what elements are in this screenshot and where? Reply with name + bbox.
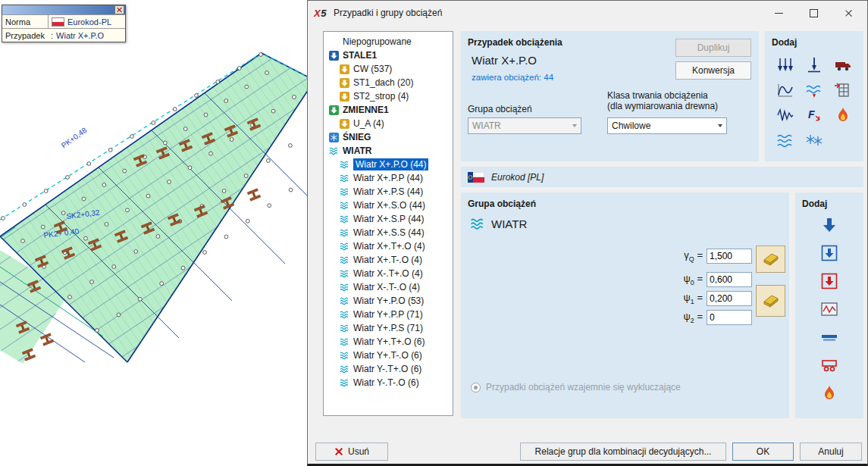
nodal-load-button[interactable]	[804, 55, 824, 75]
tree-item[interactable]: WIATR	[325, 144, 451, 158]
tree-item[interactable]: Wiatr Y+.P.P (71)	[325, 308, 451, 321]
factor-input-psi-1[interactable]	[707, 291, 752, 306]
exceptional-group-add-button[interactable]	[819, 271, 839, 291]
hydrostatic-load-button[interactable]	[776, 130, 795, 150]
influence-line-button[interactable]	[804, 80, 824, 100]
distributed-load-button[interactable]	[776, 55, 795, 75]
tree-item[interactable]: Wiatr Y+.T+.O (6)	[325, 335, 451, 349]
mutually-exclusive-radio[interactable]: Przypadki obciążeń wzajemnie się wyklucz…	[471, 382, 681, 393]
duration-class-label-1: Klasa trwania obciążenia	[607, 90, 708, 101]
factor-row-gamma-q: γQ =	[683, 249, 752, 264]
permanent-group-add-icon	[820, 216, 838, 234]
factor-input-gamma-q[interactable]	[707, 249, 752, 264]
tree-item[interactable]: Wiatr X+.P.P (44)	[325, 171, 451, 185]
group-relations-button[interactable]: Relacje grup dla kombinacji decydujących…	[520, 443, 726, 461]
tree-item[interactable]: ZMIENNE1	[325, 103, 451, 117]
mutually-exclusive-label: Przypadki obciążeń wzajemnie się wyklucz…	[486, 382, 681, 393]
model-annotation: PK+0,48	[60, 126, 89, 150]
pushover-button[interactable]	[833, 80, 853, 100]
tree-item[interactable]: STALE1	[325, 48, 451, 62]
psi-defaults-button[interactable]	[756, 285, 785, 317]
tree-item[interactable]: Wiatr X-.T+.O (4)	[325, 267, 451, 280]
tree-item[interactable]: Wiatr Y+.T-.O (6)	[325, 349, 451, 362]
ok-button[interactable]: OK	[732, 443, 794, 461]
factor-label-psi-0: ψ0 =	[683, 273, 703, 286]
variable-group-add-button[interactable]	[819, 243, 839, 263]
close-icon[interactable]	[114, 5, 124, 14]
seismic-load-button[interactable]	[776, 105, 795, 125]
model-canvas[interactable]: PK+0,48SK2+0,32PK2+ 0,40	[0, 0, 307, 466]
gamma-defaults-button[interactable]	[756, 246, 785, 273]
factor-input-psi-2[interactable]	[707, 310, 752, 325]
tree-item[interactable]: Wiatr X+.T+.O (4)	[325, 239, 451, 253]
tree-item-label: Wiatr Y+.P.S (71)	[353, 323, 423, 333]
duration-class-select[interactable]: Chwilowe	[607, 117, 727, 134]
nodal-load-icon	[805, 56, 823, 74]
tree-item[interactable]: U_A (4)	[325, 117, 451, 130]
tree-item[interactable]: Wiatr X+.P.S (44)	[325, 185, 451, 199]
tree-item[interactable]: CW (537)	[325, 62, 451, 76]
minimize-button[interactable]	[773, 8, 784, 18]
minimize-icon	[775, 13, 783, 14]
load-group-select[interactable]: WIATR	[468, 117, 581, 134]
duplicate-button[interactable]: Duplikuj	[675, 39, 751, 57]
tree-item[interactable]: Wiatr Y-.T-.O (6)	[325, 376, 451, 389]
tree-item[interactable]: Wiatr X-.T-.O (4)	[325, 280, 451, 294]
wind-waves-icon	[470, 217, 485, 230]
snow-load-button[interactable]	[804, 130, 824, 150]
variable-group-add-icon	[820, 244, 838, 262]
variable-case-icon	[340, 119, 350, 129]
pushover-icon	[834, 81, 852, 99]
fire-load-button[interactable]	[833, 105, 853, 125]
permanent-case-icon	[340, 78, 350, 88]
moving-load-button[interactable]	[833, 55, 853, 75]
info-panel-titlebar[interactable]	[2, 5, 125, 14]
case-name: Wiatr X+.P.O	[472, 54, 537, 67]
moving-group-add-button[interactable]	[819, 327, 839, 347]
contains-loads-link[interactable]: zawiera obciążeń: 44	[472, 73, 553, 82]
wind-case-icon	[340, 201, 350, 211]
seismic-group-add-icon	[820, 300, 838, 318]
maximize-button[interactable]	[808, 8, 819, 18]
tree-item[interactable]: Wiatr X+.S.S (44)	[325, 226, 451, 239]
tree-item[interactable]: ST1_dach (20)	[325, 76, 451, 89]
tree-item-label: ZMIENNE1	[343, 105, 389, 115]
fire-group-add-icon	[820, 384, 838, 402]
tree-item[interactable]: Niepogrupowane	[325, 35, 451, 48]
cancel-button[interactable]: Anuluj	[800, 443, 862, 461]
maximize-icon	[810, 9, 818, 17]
static-force-button[interactable]: F	[804, 105, 824, 125]
wind-case-icon	[340, 187, 350, 197]
hydrostatic-load-icon	[776, 131, 794, 149]
duration-class-label-2: (dla wymiarowania drewna)	[607, 101, 718, 111]
snow-load-icon	[805, 131, 823, 149]
tree-item[interactable]: Wiatr Y-.T+.O (6)	[325, 362, 451, 376]
wind-case-icon	[340, 242, 350, 252]
duration-class-value: Chwilowe	[612, 120, 650, 131]
add-case-heading: Dodaj	[772, 37, 797, 48]
variable-group-icon	[329, 105, 340, 115]
poland-flag-icon	[52, 17, 64, 27]
fire-group-add-button[interactable]	[819, 383, 839, 403]
tree-item[interactable]: ŚNIEG	[325, 130, 451, 144]
tree-item[interactable]: Wiatr X+.S.P (44)	[325, 212, 451, 226]
tree-item[interactable]: Wiatr X+.P.O (44)	[325, 158, 451, 171]
wheel-group-add-icon	[820, 356, 838, 374]
tree-item-label: Wiatr Y+.T-.O (6)	[353, 350, 422, 361]
tree-item[interactable]: Wiatr Y+.P.O (53)	[325, 294, 451, 308]
close-button[interactable]	[843, 8, 854, 18]
tree-item-label: Wiatr Y+.P.O (53)	[353, 296, 424, 306]
tree-item[interactable]: Wiatr Y+.P.S (71)	[325, 321, 451, 335]
delete-button[interactable]: Usuń	[315, 443, 388, 461]
tree-item-label: Niepogrupowane	[343, 36, 412, 47]
factor-input-psi-0[interactable]	[707, 272, 752, 287]
permanent-group-add-button[interactable]	[819, 215, 839, 235]
seismic-group-add-button[interactable]	[819, 299, 839, 319]
tree-item[interactable]: ST2_strop (4)	[325, 89, 451, 103]
tree-item[interactable]: Wiatr X+.S.O (44)	[325, 199, 451, 212]
tree-item[interactable]: Wiatr X+.T-.O (4)	[325, 253, 451, 267]
convert-button[interactable]: Konwersja	[675, 61, 751, 80]
tree-item-label: Wiatr X-.T-.O (4)	[353, 282, 420, 292]
dynamic-load-button[interactable]	[776, 80, 795, 100]
wheel-group-add-button[interactable]	[819, 355, 839, 375]
